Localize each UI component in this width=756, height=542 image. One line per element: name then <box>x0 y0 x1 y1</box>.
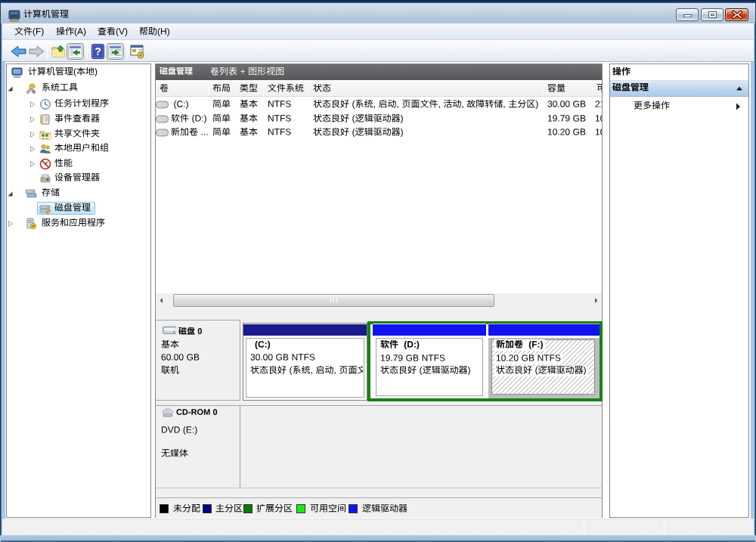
svg-text:?: ? <box>94 45 101 57</box>
